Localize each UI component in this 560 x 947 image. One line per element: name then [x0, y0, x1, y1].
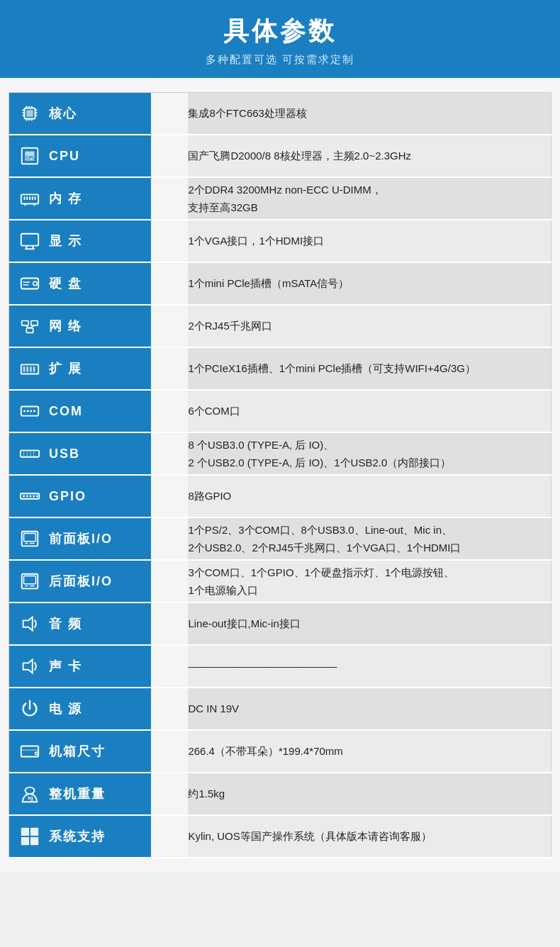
label-text-power: 电 源 [49, 700, 82, 717]
label-text-storage: 硬 盘 [49, 275, 82, 292]
label-text-rear-panel: 后面板I/O [49, 573, 113, 590]
label-cell-audio: 音 频 [9, 603, 189, 645]
table-row: 机箱尺寸266.4（不带耳朵）*199.4*70mm [9, 730, 551, 773]
chassis-icon [16, 738, 43, 765]
label-cell-chassis: 机箱尺寸 [9, 730, 189, 773]
label-text-com: COM [49, 404, 83, 419]
svg-rect-1 [26, 110, 33, 116]
value-cell-soundcard: —————————————— [188, 645, 551, 688]
svg-rect-20 [29, 196, 30, 200]
svg-point-55 [26, 495, 28, 498]
label-cell-memory: 内 存 [9, 177, 189, 220]
label-cell-os: 系统支持 [9, 815, 189, 858]
soundcard-icon [16, 653, 43, 680]
table-row: 网 络2个RJ45千兆网口 [9, 305, 551, 347]
table-row: 声 卡—————————————— [9, 645, 551, 688]
table-row: kg整机重量约1.5kg [9, 773, 551, 815]
usb-icon [16, 440, 43, 467]
svg-point-45 [27, 410, 29, 413]
os-icon [16, 823, 43, 850]
label-text-chassis: 机箱尺寸 [49, 743, 106, 760]
svg-point-56 [30, 495, 32, 498]
value-cell-os: Kylin, UOS等国产操作系统（具体版本请咨询客服） [188, 815, 551, 858]
label-cell-storage: 硬 盘 [9, 262, 189, 305]
svg-point-54 [23, 495, 25, 498]
label-cell-gpio: GPIO [9, 475, 189, 517]
label-cell-core: 核心 [9, 93, 189, 135]
label-cell-rear-panel: 后面板I/O [9, 560, 189, 603]
value-cell-power: DC IN 19V [188, 688, 551, 730]
svg-rect-77 [30, 837, 38, 845]
svg-rect-34 [31, 321, 38, 326]
table-row: 显 示1个VGA接口，1个HDMI接口 [9, 220, 551, 262]
svg-rect-25 [21, 234, 38, 246]
value-cell-cpu: 国产飞腾D2000/8 8核处理器，主频2.0~2.3GHz [188, 135, 551, 177]
label-cell-weight: kg整机重量 [9, 773, 189, 815]
value-cell-weight: 约1.5kg [188, 773, 551, 815]
table-row: USB8 个USB3.0 (TYPE-A, 后 IO)、2 个USB2.0 (T… [9, 432, 551, 475]
svg-rect-60 [24, 534, 36, 542]
value-cell-com: 6个COM口 [188, 390, 551, 432]
svg-point-71 [35, 752, 38, 755]
table-row: 前面板I/O1个PS/2、3个COM口、8个USB3.0、Line-out、Mi… [9, 517, 551, 560]
panel-icon [16, 525, 43, 552]
svg-rect-22 [35, 196, 36, 200]
svg-rect-75 [30, 828, 38, 836]
label-text-memory: 内 存 [49, 190, 82, 207]
svg-text:kg: kg [28, 795, 33, 801]
gpio-icon [16, 483, 43, 510]
label-cell-com: COM [9, 390, 189, 432]
value-cell-gpio: 8路GPIO [188, 475, 551, 517]
svg-point-30 [33, 281, 38, 286]
display-icon [16, 228, 43, 254]
cpu-icon: CPU [16, 142, 43, 169]
svg-rect-64 [24, 576, 36, 584]
expansion-icon [16, 355, 43, 382]
label-text-soundcard: 声 卡 [49, 658, 82, 675]
svg-rect-42 [33, 366, 35, 372]
svg-rect-39 [23, 366, 26, 372]
label-cell-cpu: CPUCPU [9, 135, 189, 177]
table-row: 电 源DC IN 19V [9, 688, 551, 730]
svg-rect-40 [26, 366, 28, 372]
network-icon [16, 313, 43, 340]
label-text-core: 核心 [49, 105, 77, 122]
spec-table: 核心集成8个FTC663处理器核CPUCPU国产飞腾D2000/8 8核处理器，… [9, 92, 551, 858]
page-title: 具体参数 [0, 14, 560, 49]
svg-point-72 [25, 788, 34, 794]
value-cell-expansion: 1个PCIeX16插槽、1个mini PCle插槽（可支持WIFI+4G/3G） [188, 347, 551, 390]
table-row: 硬 盘1个mini PCle插槽（mSATA信号） [9, 262, 551, 305]
svg-rect-41 [30, 366, 32, 372]
svg-rect-76 [21, 837, 29, 845]
hdd-icon [16, 270, 43, 297]
label-text-cpu: CPU [49, 149, 80, 164]
power-icon [16, 695, 43, 722]
svg-marker-68 [23, 660, 33, 673]
label-cell-display: 显 示 [9, 220, 189, 262]
table-row: 扩 展1个PCIeX16插槽、1个mini PCle插槽（可支持WIFI+4G/… [9, 347, 551, 390]
label-text-front-panel: 前面板I/O [49, 530, 113, 547]
svg-rect-18 [24, 196, 26, 200]
label-text-network: 网 络 [49, 318, 82, 335]
value-cell-front-panel: 1个PS/2、3个COM口、8个USB3.0、Line-out、Mic in、2… [188, 517, 551, 560]
value-cell-rear-panel: 3个COM口、1个GPIO、1个硬盘指示灯、1个电源按钮、1个电源输入口 [188, 560, 551, 603]
label-text-usb: USB [49, 447, 80, 461]
memory-icon [16, 185, 43, 212]
value-cell-chassis: 266.4（不带耳朵）*199.4*70mm [188, 730, 551, 773]
label-cell-soundcard: 声 卡 [9, 645, 189, 688]
page-subtitle: 多种配置可选 可按需求定制 [0, 53, 560, 67]
label-cell-usb: USB [9, 432, 189, 475]
value-cell-network: 2个RJ45千兆网口 [188, 305, 551, 347]
label-text-gpio: GPIO [49, 489, 86, 504]
table-row: CPUCPU国产飞腾D2000/8 8核处理器，主频2.0~2.3GHz [9, 135, 551, 177]
svg-point-57 [33, 495, 35, 498]
table-row: 后面板I/O3个COM口、1个GPIO、1个硬盘指示灯、1个电源按钮、1个电源输… [9, 560, 551, 603]
chip-icon [16, 100, 43, 127]
label-text-expansion: 扩 展 [49, 360, 82, 377]
panel-icon2 [16, 568, 43, 595]
svg-marker-67 [23, 617, 33, 631]
value-cell-display: 1个VGA接口，1个HDMI接口 [188, 220, 551, 262]
svg-rect-69 [21, 746, 38, 757]
value-cell-usb: 8 个USB3.0 (TYPE-A, 后 IO)、2 个USB2.0 (TYPE… [188, 432, 551, 475]
audio-icon [16, 610, 43, 637]
